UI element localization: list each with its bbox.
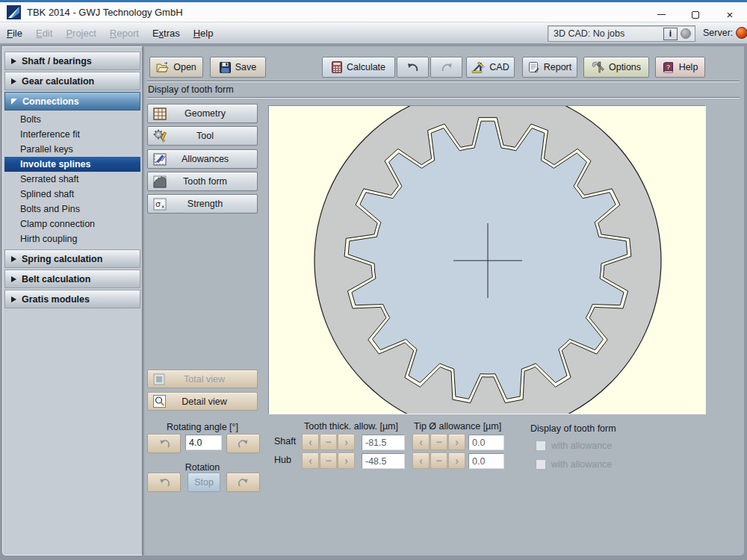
cad-status-text: 3D CAD: No jobs bbox=[548, 28, 663, 39]
shaft-allowance-input[interactable] bbox=[362, 435, 405, 450]
tip-allowance-input-2[interactable] bbox=[468, 453, 504, 469]
allowances-chart-icon bbox=[152, 152, 168, 167]
sidebar-item-parallel-keys[interactable]: Parallel keys bbox=[4, 142, 140, 157]
decrease-button[interactable]: ‹ bbox=[412, 452, 430, 469]
sidebar-header-connections[interactable]: Connections bbox=[4, 92, 140, 111]
increase-button[interactable]: › bbox=[338, 434, 355, 450]
tab-tool[interactable]: Tool bbox=[147, 126, 258, 146]
tip-allowance-spinner-1: ‹ − › bbox=[412, 434, 465, 450]
decrease-button[interactable]: ‹ bbox=[302, 452, 319, 469]
redo-icon bbox=[440, 62, 453, 72]
save-floppy-icon bbox=[220, 62, 231, 73]
report-button[interactable]: Report bbox=[522, 57, 577, 78]
increase-button[interactable]: › bbox=[448, 452, 465, 469]
shaft-allowance-spinner: ‹ − › bbox=[302, 434, 355, 450]
maximize-button[interactable] bbox=[678, 4, 713, 25]
cad-info-button[interactable]: i bbox=[663, 28, 678, 40]
sidebar-header-gratis-modules[interactable]: Gratis modules bbox=[4, 290, 140, 308]
tip-allowance-input-1[interactable] bbox=[468, 435, 504, 450]
menu-help[interactable]: Help bbox=[187, 22, 220, 43]
save-button[interactable]: Save bbox=[210, 57, 266, 78]
tip-allowance-header: Tip Ø allowance [µm] bbox=[414, 421, 501, 432]
chevron-right-icon bbox=[11, 296, 16, 302]
panel-title: Display of tooth form bbox=[148, 84, 234, 95]
sidebar-header-belt-calculation[interactable]: Belt calculation bbox=[4, 270, 140, 288]
rotate-ccw-icon bbox=[158, 439, 170, 449]
svg-text:?: ? bbox=[666, 63, 670, 70]
help-button[interactable]: ? Help bbox=[655, 57, 705, 78]
reset-button[interactable]: − bbox=[430, 434, 447, 450]
rotating-angle-input[interactable] bbox=[185, 435, 222, 450]
strength-sigma-icon: σ x bbox=[152, 196, 168, 211]
sidebar-item-clamp-connection[interactable]: Clamp connection bbox=[4, 217, 140, 231]
display-tooth-form-header: Display of tooth form bbox=[530, 423, 616, 434]
rotate-ccw-icon bbox=[158, 478, 170, 488]
close-button[interactable]: × bbox=[713, 4, 747, 25]
sidebar-header-shaft-bearings[interactable]: Shaft / bearings bbox=[4, 52, 140, 70]
rotate-cw-icon bbox=[238, 439, 249, 449]
menu-file[interactable]: File bbox=[0, 22, 29, 43]
chevron-right-icon bbox=[11, 276, 16, 282]
options-tools-icon bbox=[592, 61, 604, 73]
tab-strength[interactable]: σ x Strength bbox=[147, 194, 258, 214]
menu-edit: Edit bbox=[29, 22, 59, 43]
sidebar-header-spring-calculation[interactable]: Spring calculation bbox=[4, 249, 140, 268]
tab-geometry[interactable]: Geometry bbox=[147, 104, 258, 123]
magnifier-icon bbox=[152, 395, 167, 408]
sidebar-item-involute-splines[interactable]: Involute splines bbox=[4, 157, 140, 172]
cad-button[interactable]: CAD bbox=[466, 57, 515, 78]
window-title: TBK 2014 - GWJ Technology GmbH bbox=[27, 7, 183, 18]
with-allowance-label-2: with allowance bbox=[551, 459, 612, 470]
tip-allowance-spinner-2: ‹ − › bbox=[412, 452, 465, 469]
close-icon: × bbox=[727, 9, 734, 20]
window-body: Shaft / bearings Gear calculation Connec… bbox=[0, 45, 747, 560]
sidebar-item-hirth-coupling[interactable]: Hirth coupling bbox=[4, 231, 140, 246]
decrease-button[interactable]: ‹ bbox=[302, 434, 319, 450]
sidebar-item-splined-shaft[interactable]: Splined shaft bbox=[4, 187, 140, 202]
report-notepad-icon bbox=[528, 61, 539, 73]
minimize-icon bbox=[657, 14, 666, 15]
help-book-icon: ? bbox=[663, 62, 675, 73]
increase-button[interactable]: › bbox=[448, 434, 465, 450]
sidebar-item-serrated-shaft[interactable]: Serrated shaft bbox=[4, 172, 140, 187]
tooth-form-canvas[interactable] bbox=[268, 105, 706, 414]
total-view-icon bbox=[152, 373, 167, 386]
hub-label: Hub bbox=[274, 455, 291, 465]
sidebar-item-bolts[interactable]: Bolts bbox=[4, 112, 140, 127]
app-icon bbox=[7, 5, 21, 19]
decrease-button[interactable]: ‹ bbox=[412, 434, 430, 450]
menu-extras[interactable]: Extras bbox=[146, 22, 187, 43]
tab-tooth-form[interactable]: Tooth form bbox=[147, 172, 258, 191]
rotation-ccw-button[interactable] bbox=[147, 473, 181, 492]
cad-status-box: 3D CAD: No jobs i bbox=[548, 25, 695, 42]
rotate-ccw-button[interactable] bbox=[147, 434, 181, 453]
cad-ruler-icon bbox=[471, 61, 485, 73]
title-bar: TBK 2014 - GWJ Technology GmbH × bbox=[0, 0, 747, 22]
increase-button[interactable]: › bbox=[338, 452, 355, 469]
calculate-button[interactable]: Calculate bbox=[322, 57, 395, 78]
chevron-down-icon bbox=[11, 99, 17, 105]
menu-bar: File Edit Project Report Extras Help 3D … bbox=[0, 22, 747, 44]
reset-button[interactable]: − bbox=[430, 452, 447, 469]
rotation-cw-button[interactable] bbox=[226, 473, 260, 492]
sidebar-item-bolts-and-pins[interactable]: Bolts and Pins bbox=[4, 202, 140, 217]
rotating-angle-label: Rotating angle [°] bbox=[147, 422, 258, 432]
open-button[interactable]: Open bbox=[149, 57, 203, 78]
tab-allowances[interactable]: Allowances bbox=[147, 149, 258, 169]
minimize-button[interactable] bbox=[644, 4, 678, 25]
undo-button[interactable] bbox=[397, 57, 429, 78]
sidebar-item-interference-fit[interactable]: Interference fit bbox=[4, 127, 140, 142]
undo-icon bbox=[406, 62, 420, 72]
options-button[interactable]: Options bbox=[583, 57, 649, 78]
rotate-cw-button[interactable] bbox=[226, 434, 260, 453]
sidebar-header-gear-calculation[interactable]: Gear calculation bbox=[4, 72, 140, 90]
separator bbox=[147, 81, 740, 82]
detail-view-button[interactable]: Detail view bbox=[147, 392, 258, 411]
reset-button[interactable]: − bbox=[320, 434, 337, 450]
separator bbox=[147, 97, 740, 99]
reset-button[interactable]: − bbox=[320, 452, 337, 469]
chevron-right-icon bbox=[11, 78, 16, 84]
with-allowance-checkbox-1 bbox=[536, 441, 546, 451]
hub-allowance-input[interactable] bbox=[362, 453, 405, 469]
chevron-right-icon bbox=[11, 256, 16, 262]
